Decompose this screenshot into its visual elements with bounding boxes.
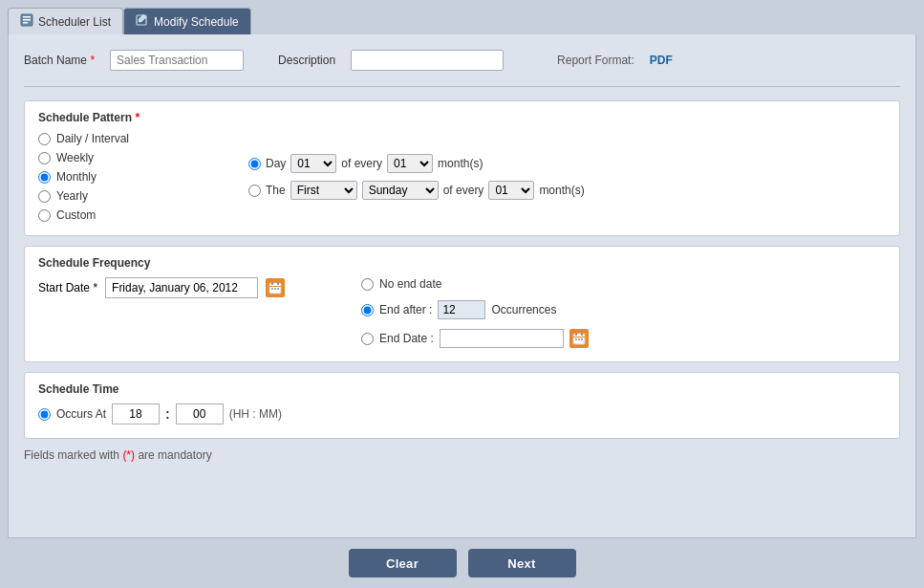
radio-weekly-input[interactable] [38, 152, 51, 164]
radio-yearly-input[interactable] [38, 190, 51, 203]
tab-scheduler-list[interactable]: Scheduler List [8, 8, 123, 34]
header-divider [24, 86, 900, 87]
every-month-select[interactable]: 0102030612 [387, 154, 433, 173]
clear-button[interactable]: Clear [349, 549, 457, 577]
time-separator: : [165, 406, 170, 422]
modify-schedule-icon [136, 13, 149, 30]
radio-monthly-input[interactable] [38, 171, 51, 184]
tab-modify-schedule[interactable]: Modify Schedule [123, 8, 251, 34]
svg-rect-18 [581, 338, 583, 340]
svg-rect-8 [277, 282, 279, 285]
mandatory-star: (*) [122, 448, 135, 462]
radio-daily: Daily / Interval [38, 132, 191, 145]
tab-scheduler-list-label: Scheduler List [38, 15, 111, 29]
no-end-date-row: No end date [361, 277, 589, 291]
description-label: Description [278, 54, 335, 67]
radio-yearly-label: Yearly [56, 189, 88, 203]
end-date-input[interactable] [440, 329, 564, 348]
months-label-day: month(s) [438, 157, 483, 170]
start-date-input[interactable] [105, 277, 258, 298]
day-row: Day 01020304 05060708 0910 of every 0102… [248, 154, 585, 173]
svg-rect-3 [23, 22, 28, 24]
start-date-label: Start Date * [38, 281, 97, 294]
pattern-options: Daily / Interval Weekly Monthly Yearly C… [38, 132, 191, 222]
end-date-label: End Date : [379, 332, 434, 345]
radio-no-end[interactable] [361, 278, 374, 291]
end-after-label: End after : [379, 303, 432, 316]
freq-right: No end date End after : Occurrences End … [361, 277, 589, 348]
start-date-calendar-icon[interactable] [266, 278, 285, 297]
end-after-row: End after : Occurrences [361, 300, 589, 319]
report-format-value: PDF [650, 54, 673, 67]
mandatory-note: Fields marked with (*) are mandatory [24, 448, 900, 462]
weekday-select[interactable]: SundayMondayTuesdayWednesday ThursdayFri… [362, 181, 439, 200]
svg-rect-9 [271, 288, 273, 290]
schedule-pattern-panel: Schedule Pattern * Daily / Interval Week… [24, 100, 900, 236]
schedule-frequency-panel: Schedule Frequency Start Date * [24, 246, 900, 362]
freq-left: Start Date * [38, 277, 285, 298]
svg-rect-17 [578, 338, 580, 340]
time-row: Occurs At : (HH : MM) [38, 403, 886, 425]
batch-name-input[interactable] [110, 50, 244, 71]
radio-end-after[interactable] [361, 304, 374, 316]
radio-the-type[interactable] [248, 185, 261, 197]
radio-custom: Custom [38, 208, 191, 222]
every-month-select-2[interactable]: 0102030612 [488, 181, 534, 200]
time-format-label: (HH : MM) [229, 407, 282, 421]
scheduler-list-icon [20, 13, 33, 30]
ordinal-select[interactable]: FirstSecondThirdFourthLast [290, 181, 357, 200]
form-header: Batch Name * Description Report Format: … [24, 50, 900, 71]
svg-rect-7 [271, 282, 273, 285]
radio-monthly: Monthly [38, 170, 191, 184]
radio-day-type[interactable] [248, 158, 261, 170]
radio-yearly: Yearly [38, 189, 191, 203]
of-every-label: of every [341, 157, 382, 170]
occurrences-input[interactable] [438, 300, 485, 319]
mm-input[interactable] [176, 403, 224, 425]
the-label: The [266, 184, 286, 197]
schedule-pattern-label: Schedule Pattern * [38, 111, 886, 124]
day-label: Day [266, 157, 286, 170]
batch-name-label: Batch Name * [24, 54, 95, 67]
radio-end-date[interactable] [361, 333, 374, 345]
radio-weekly-label: Weekly [56, 151, 94, 164]
the-row: The FirstSecondThirdFourthLast SundayMon… [248, 181, 585, 200]
svg-rect-10 [274, 288, 276, 290]
schedule-time-label: Schedule Time [38, 382, 886, 396]
occurs-at-label: Occurs At [56, 407, 106, 421]
end-date-calendar-icon[interactable] [569, 329, 589, 348]
radio-custom-label: Custom [56, 208, 96, 222]
main-content: Batch Name * Description Report Format: … [8, 34, 916, 538]
next-button[interactable]: Next [468, 549, 576, 577]
radio-weekly: Weekly [38, 151, 191, 164]
occurrences-label: Occurrences [491, 303, 556, 316]
svg-rect-6 [269, 286, 281, 287]
svg-rect-13 [573, 337, 585, 338]
svg-rect-15 [581, 333, 583, 336]
svg-rect-14 [575, 333, 577, 336]
of-every-label-2: of every [443, 184, 484, 197]
radio-monthly-label: Monthly [56, 170, 97, 184]
report-format-label: Report Format: [557, 54, 634, 67]
tab-modify-schedule-label: Modify Schedule [154, 15, 239, 29]
months-label-the: month(s) [539, 184, 584, 197]
description-input[interactable] [351, 50, 504, 71]
radio-daily-input[interactable] [38, 133, 51, 145]
no-end-label: No end date [379, 277, 441, 291]
schedule-time-panel: Schedule Time Occurs At : (HH : MM) [24, 372, 900, 439]
hh-input[interactable] [112, 403, 160, 425]
radio-custom-input[interactable] [38, 209, 51, 222]
schedule-frequency-label: Schedule Frequency [38, 256, 886, 270]
svg-rect-1 [23, 16, 31, 18]
day-select[interactable]: 01020304 05060708 0910 [290, 154, 336, 173]
radio-occurs-at[interactable] [38, 408, 51, 421]
tab-bar: Scheduler List Modify Schedule [0, 0, 924, 34]
pattern-right: Day 01020304 05060708 0910 of every 0102… [248, 132, 585, 222]
end-date-row: End Date : [361, 329, 589, 348]
svg-rect-2 [23, 19, 31, 21]
svg-rect-16 [575, 338, 577, 340]
radio-daily-label: Daily / Interval [56, 132, 129, 145]
footer: Clear Next [0, 538, 924, 588]
pattern-grid: Daily / Interval Weekly Monthly Yearly C… [38, 132, 886, 222]
freq-grid: Start Date * [38, 277, 886, 348]
